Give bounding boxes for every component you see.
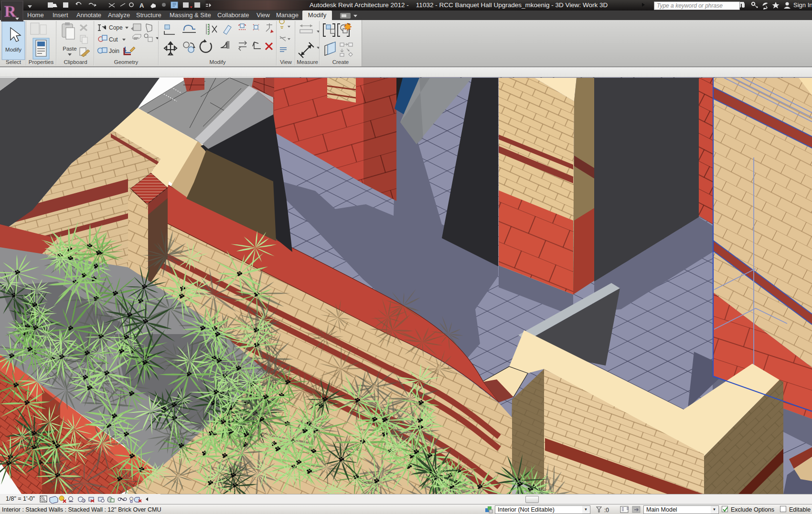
svg-text:R: R [4,2,16,20]
svg-text::0: :0 [604,507,609,514]
svg-text:Modify: Modify [5,47,21,52]
svg-text:Paste: Paste [63,46,76,52]
svg-text:9: 9 [83,499,85,503]
svg-text:Join: Join [109,48,119,54]
svg-text:Cut: Cut [109,36,118,43]
svg-text:Cope: Cope [109,24,123,31]
svg-text:A: A [139,2,144,9]
